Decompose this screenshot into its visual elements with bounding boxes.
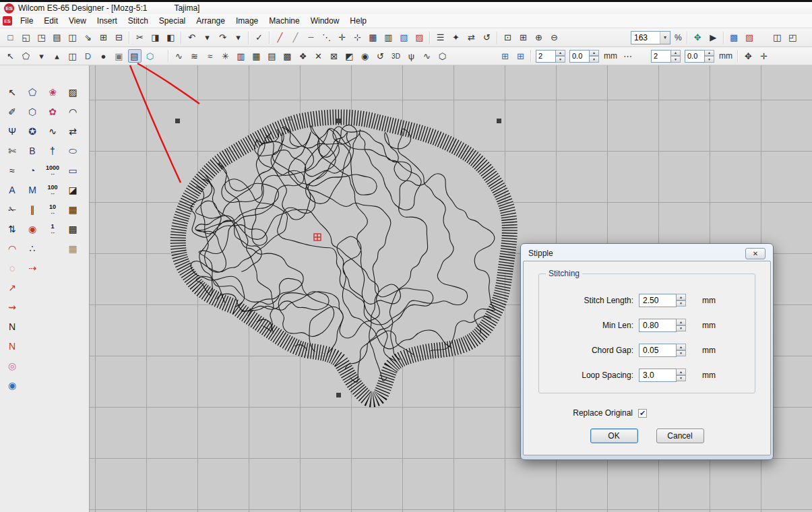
grid-divider-icon[interactable]: ⋯ (621, 49, 635, 63)
menu-help[interactable]: Help (344, 15, 372, 27)
grid-offset-x-spin-up-icon[interactable]: ▲ (590, 50, 599, 57)
select-small-icon[interactable]: ↖ (4, 49, 18, 63)
seed-fill-icon[interactable]: ⋱ (320, 31, 334, 44)
applique-icon[interactable]: ⊠ (327, 49, 341, 63)
color-palette-blue-icon[interactable]: ▧ (398, 31, 411, 44)
three-d-effect-icon[interactable]: 3D (389, 49, 403, 63)
pattern-fill-icon[interactable]: ▩ (65, 221, 81, 237)
single-run-icon[interactable]: ∿ (173, 49, 186, 63)
zoom-box-icon[interactable]: ⊞ (517, 31, 530, 44)
block-digitize-icon[interactable]: B (24, 143, 40, 159)
selection-handle-top-center[interactable] (336, 119, 341, 123)
zoom-1to1-icon[interactable]: ◫ (66, 49, 80, 63)
replace-original-checkbox[interactable]: ✔ (638, 409, 647, 418)
team-names-icon[interactable]: ∥ (24, 201, 40, 218)
reshape-object-icon[interactable]: ⬠ (24, 84, 40, 100)
print-icon[interactable]: ▤ (51, 31, 64, 44)
lettering-icon[interactable]: A (4, 182, 20, 198)
cross-marker-icon[interactable]: ✛ (336, 31, 349, 44)
rotate-icon[interactable]: ↺ (480, 31, 494, 44)
selection-handle-bottom-center[interactable] (336, 393, 341, 397)
feather-edge-icon[interactable]: ψ (405, 49, 418, 63)
knife-icon[interactable]: ✄ (4, 143, 20, 159)
auto-fill-icon[interactable]: ◉ (358, 49, 372, 63)
grid-spacing-x-input[interactable] (536, 50, 556, 63)
tack-icon[interactable]: ⊹ (351, 31, 365, 44)
print-preview-icon[interactable]: ◫ (66, 31, 80, 44)
grid-offset-y-input[interactable] (685, 50, 705, 63)
photo-flash-icon[interactable]: ◩ (343, 49, 356, 63)
branching-icon[interactable]: Ψ (4, 123, 20, 139)
monogram-icon[interactable]: M (24, 182, 40, 198)
penetration-icon[interactable]: Ν (4, 319, 20, 335)
cancel-button[interactable]: Cancel (656, 428, 704, 443)
child-window-icon[interactable]: ES (3, 16, 12, 26)
undo-icon[interactable]: ↶ (185, 31, 199, 44)
start-marker-icon[interactable]: ◎ (4, 358, 20, 374)
grid-show-icon[interactable]: ⊞ (514, 49, 528, 63)
fancy-fill-icon[interactable]: ▩ (281, 49, 294, 63)
undo-dropdown-icon[interactable]: ▾ (201, 31, 214, 44)
dockers-icon[interactable]: ◫ (770, 31, 784, 44)
measure-icon[interactable]: ⇅ (4, 221, 20, 237)
color-palette-red-icon[interactable]: ▨ (413, 31, 427, 44)
arc-tool-icon[interactable]: ◠ (65, 104, 81, 120)
menu-file[interactable]: File (15, 15, 38, 27)
export-machine-file-icon[interactable]: ⇘ (82, 31, 95, 44)
needle-point-icon[interactable]: † (44, 143, 61, 159)
grid-spacing-y-spin-down-icon[interactable]: ▼ (671, 56, 681, 63)
run-stitch-icon[interactable]: ╱ (274, 31, 287, 44)
chord-gap-spin-down-icon[interactable]: ▼ (677, 350, 686, 357)
cut-icon[interactable]: ✂ (133, 31, 147, 44)
selection-handle-top-right[interactable] (497, 119, 501, 123)
stipple-tool-icon[interactable]: ▤ (128, 49, 142, 63)
menu-stitch[interactable]: Stitch (123, 15, 154, 27)
redraw-icon[interactable]: ✥ (691, 31, 704, 44)
freehand-icon[interactable]: ≈ (4, 162, 20, 179)
open-design-icon[interactable]: ◱ (20, 31, 33, 44)
window-titlebar[interactable]: ES Wilcom ES-65 Designer - [Mozg-5:1 Taj… (0, 0, 812, 14)
offset-object-icon[interactable]: ⬡ (144, 49, 157, 63)
menu-edit[interactable]: Edit (38, 15, 63, 27)
ok-button[interactable]: OK (590, 428, 638, 443)
grid-spacing-x-spin-down-icon[interactable]: ▼ (556, 56, 565, 63)
remove-overlaps-icon[interactable]: D (82, 49, 95, 63)
min-len-spin-up-icon[interactable]: ▲ (677, 319, 686, 325)
mirror-icon[interactable]: ⇄ (465, 31, 478, 44)
globe-icon[interactable]: ◔ (24, 162, 40, 179)
outline-dot-icon[interactable]: ● (97, 49, 111, 63)
fan-stitch-icon[interactable]: ◠ (4, 241, 20, 257)
grid-spacing-y-input[interactable] (651, 50, 671, 63)
column-fill-icon[interactable]: ◪ (65, 182, 81, 198)
zigzag-run-icon[interactable]: ∿ (44, 123, 61, 139)
copy-icon[interactable]: ◨ (149, 31, 162, 44)
tatami-fill-icon[interactable]: ▦ (250, 49, 263, 63)
stipple-dialog-titlebar[interactable]: Stipple ✕ (523, 246, 771, 261)
program-split-icon[interactable]: ▤ (266, 49, 279, 63)
design-properties-icon[interactable]: ⊟ (113, 31, 126, 44)
function-icon[interactable]: Ν (4, 338, 20, 354)
zoom-out-icon[interactable]: ⊖ (548, 31, 561, 44)
color-wheel-icon[interactable]: ◉ (24, 221, 40, 237)
stitch-player-icon[interactable]: ▶ (706, 31, 720, 44)
zoom-fit-icon[interactable]: ⊡ (501, 31, 515, 44)
pan-icon[interactable]: ✥ (742, 49, 755, 63)
grid-table-icon[interactable]: ▦ (367, 31, 380, 44)
wave-fill-icon[interactable]: ∿ (420, 49, 434, 63)
grid-spacing-x-spin-up-icon[interactable]: ▲ (556, 50, 565, 57)
grid-spacing-y-spin-up-icon[interactable]: ▲ (671, 50, 681, 57)
grid-offset-x-spin-down-icon[interactable]: ▼ (590, 56, 599, 63)
grid-offset-x-input[interactable] (569, 50, 590, 63)
new-design-icon[interactable]: □ (4, 31, 18, 44)
zoom-in-icon[interactable]: ⊕ (532, 31, 546, 44)
manual-stitch-icon[interactable]: ↗ (4, 280, 20, 296)
stitch-preset-100[interactable]: 100↔ (44, 182, 61, 198)
flower-3d-icon[interactable]: ✿ (44, 104, 61, 120)
flower-tool-icon[interactable]: ❀ (44, 84, 61, 100)
turning-fill-icon[interactable]: ↺ (374, 49, 387, 63)
end-marker-icon[interactable]: ◉ (4, 377, 20, 393)
selection-handle-top-left[interactable] (175, 119, 180, 123)
hatch-fill-icon[interactable]: ▨ (65, 84, 81, 100)
satin-fill-icon[interactable]: ▥ (235, 49, 248, 63)
closed-object-icon[interactable]: ⬡ (24, 104, 40, 120)
